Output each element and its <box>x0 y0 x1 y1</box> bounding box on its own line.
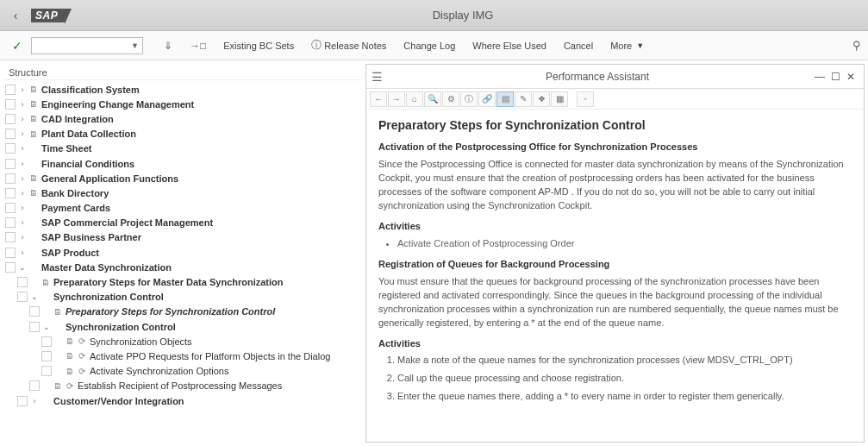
tree-row[interactable]: ⌄Synchronization Control <box>3 319 362 334</box>
chevron-down-icon: ▼ <box>131 41 139 50</box>
expand-collapse-button[interactable]: ⇓ <box>157 36 179 55</box>
checkbox[interactable] <box>17 396 28 406</box>
assistant-document-body[interactable]: Preparatory Steps for Synchronization Co… <box>366 110 864 442</box>
tree-row[interactable]: 🗎Preparatory Steps for Synchronization C… <box>3 305 362 319</box>
tree-row[interactable]: ›🗎CAD Integration <box>3 111 362 126</box>
tree-row[interactable]: ⌄Synchronization Control <box>3 290 362 305</box>
tree-row[interactable]: 🗎⟳Establish Recipient of Postprocessing … <box>3 379 362 393</box>
activity-icon[interactable]: ⟳ <box>76 367 88 376</box>
activity-link[interactable]: Activate Creation of Postprocessing Orde… <box>397 237 852 251</box>
back-button[interactable]: ‹ <box>7 7 24 24</box>
checkbox[interactable] <box>5 188 16 198</box>
expand-icon[interactable]: › <box>17 204 28 212</box>
paragraph: Since the Postprocessing Office is conne… <box>378 158 852 213</box>
checkbox[interactable] <box>41 351 52 361</box>
expand-icon[interactable]: › <box>17 85 28 94</box>
expand-icon[interactable]: › <box>17 160 28 168</box>
nav-back-button[interactable]: ← <box>370 91 387 107</box>
tree-row[interactable]: ›Payment Cards <box>3 201 362 216</box>
accept-button[interactable]: ✓ <box>7 39 28 53</box>
where-else-used-button[interactable]: Where Else Used <box>465 37 553 54</box>
maximize-button[interactable]: ☐ <box>827 71 843 83</box>
activities-heading: Activities <box>378 337 852 351</box>
tree-row[interactable]: ›SAP Business Partner <box>3 230 362 245</box>
checkbox[interactable] <box>5 99 16 110</box>
tool-button-3[interactable]: ⓘ <box>460 91 478 107</box>
tree-row[interactable]: 🗎⟳Synchronization Objects <box>3 334 362 349</box>
chevron-down-icon: ▼ <box>636 41 644 50</box>
tree-row[interactable]: 🗎Preparatory Steps for Master Data Synch… <box>3 274 362 289</box>
checkbox[interactable] <box>5 85 16 95</box>
collapse-icon[interactable]: ⌄ <box>41 323 52 331</box>
checkbox[interactable] <box>5 159 16 169</box>
checkbox[interactable] <box>17 277 28 287</box>
tree-row[interactable]: 🗎⟳Activate PPO Requests for Platform Obj… <box>3 349 362 363</box>
expand-icon[interactable]: › <box>29 397 40 405</box>
checkbox[interactable] <box>5 248 16 258</box>
checkbox[interactable] <box>29 306 40 317</box>
menu-icon[interactable]: ☰ <box>372 70 383 84</box>
existing-bc-sets-button[interactable]: Existing BC Sets <box>216 37 301 54</box>
release-notes-button[interactable]: ⓘRelease Notes <box>304 35 393 56</box>
checkbox[interactable] <box>5 143 16 154</box>
tool-button-1[interactable]: 🔍 <box>424 91 441 107</box>
minimize-button[interactable]: — <box>812 71 827 83</box>
checkbox[interactable] <box>5 114 16 124</box>
expand-icon[interactable]: › <box>17 174 28 183</box>
tree-row[interactable]: ›Customer/Vendor Integration <box>3 393 362 408</box>
tree-row[interactable]: ›SAP Commercial Project Management <box>3 216 362 230</box>
tool-button-4[interactable]: 🔗 <box>478 91 496 107</box>
img-tree[interactable]: ›🗎Classification System›🗎Engineering Cha… <box>3 80 362 408</box>
checkbox[interactable] <box>29 380 40 391</box>
activity-icon[interactable]: ⟳ <box>64 381 76 391</box>
expand-icon[interactable]: › <box>17 115 28 123</box>
expand-icon[interactable]: › <box>17 248 28 257</box>
more-button[interactable]: More▼ <box>603 37 651 54</box>
nav-forward-button[interactable]: → <box>388 91 405 107</box>
tree-row[interactable]: ›🗎General Application Functions <box>3 171 362 185</box>
tree-row[interactable]: ›🗎Bank Directory <box>3 185 362 200</box>
hierarchy-button[interactable]: →□ <box>183 36 213 55</box>
tool-button-2[interactable]: ⚙ <box>442 91 459 107</box>
activity-icon[interactable]: ⟳ <box>76 336 88 346</box>
collapse-icon[interactable]: ⌄ <box>29 292 40 301</box>
expand-icon[interactable]: › <box>17 129 28 138</box>
tree-row[interactable]: ›SAP Product <box>3 245 362 260</box>
expand-icon[interactable]: › <box>17 100 28 109</box>
expand-icon[interactable]: › <box>17 144 28 153</box>
change-log-button[interactable]: Change Log <box>397 37 462 54</box>
activity-icon[interactable]: ⟳ <box>76 351 88 361</box>
checkbox[interactable] <box>29 322 40 332</box>
collapse-icon[interactable]: ⌄ <box>17 263 28 272</box>
view-mode-button[interactable]: ▤ <box>496 91 514 107</box>
tree-row[interactable]: ⌄Master Data Synchronization <box>3 260 362 274</box>
search-icon[interactable]: ⚲ <box>852 39 861 52</box>
tool-button-7[interactable]: ▦ <box>551 91 568 107</box>
tree-row[interactable]: ›Financial Conditions <box>3 156 362 171</box>
checkbox[interactable] <box>17 292 28 302</box>
tool-button-6[interactable]: ❖ <box>533 91 550 107</box>
expand-icon[interactable]: › <box>17 233 28 242</box>
checkbox[interactable] <box>41 336 52 347</box>
checkbox[interactable] <box>5 217 16 228</box>
expand-icon[interactable]: › <box>17 189 28 198</box>
command-combo[interactable]: ▼ <box>31 37 143 54</box>
checkbox[interactable] <box>41 366 52 376</box>
checkbox[interactable] <box>5 232 16 242</box>
cancel-button[interactable]: Cancel <box>557 37 600 54</box>
expand-icon[interactable]: › <box>17 218 28 227</box>
tool-button-5[interactable]: ✎ <box>515 91 532 107</box>
checkbox[interactable] <box>5 173 16 184</box>
home-button[interactable]: ⌂ <box>406 91 423 107</box>
tree-row[interactable]: 🗎⟳Activate Synchronization Options <box>3 364 362 379</box>
tree-row[interactable]: ›Time Sheet <box>3 141 362 156</box>
checkbox[interactable] <box>5 203 16 213</box>
tool-button-8[interactable]: ▫ <box>577 91 594 107</box>
close-button[interactable]: ✕ <box>843 71 859 83</box>
content-area: Structure ›🗎Classification System›🗎Engin… <box>0 60 868 446</box>
checkbox[interactable] <box>5 129 16 139</box>
tree-row[interactable]: ›🗎Plant Data Collection <box>3 127 362 141</box>
tree-row[interactable]: ›🗎Classification System <box>3 82 362 97</box>
checkbox[interactable] <box>5 262 16 273</box>
tree-row[interactable]: ›🗎Engineering Change Management <box>3 97 362 111</box>
